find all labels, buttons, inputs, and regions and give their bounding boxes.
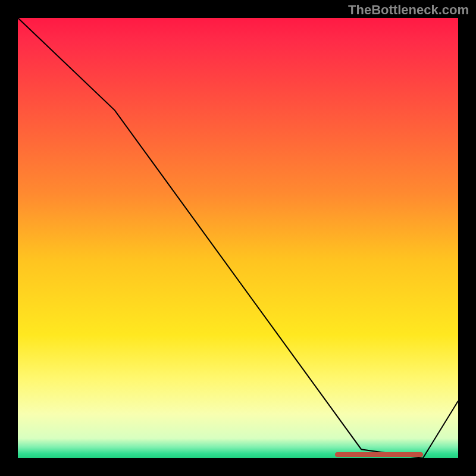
- optimal-range-marker: [335, 452, 423, 457]
- watermark-label: TheBottleneck.com: [348, 2, 469, 18]
- plot-area: [18, 18, 458, 458]
- chart-container: TheBottleneck.com: [0, 0, 476, 476]
- bottleneck-curve: [18, 18, 458, 458]
